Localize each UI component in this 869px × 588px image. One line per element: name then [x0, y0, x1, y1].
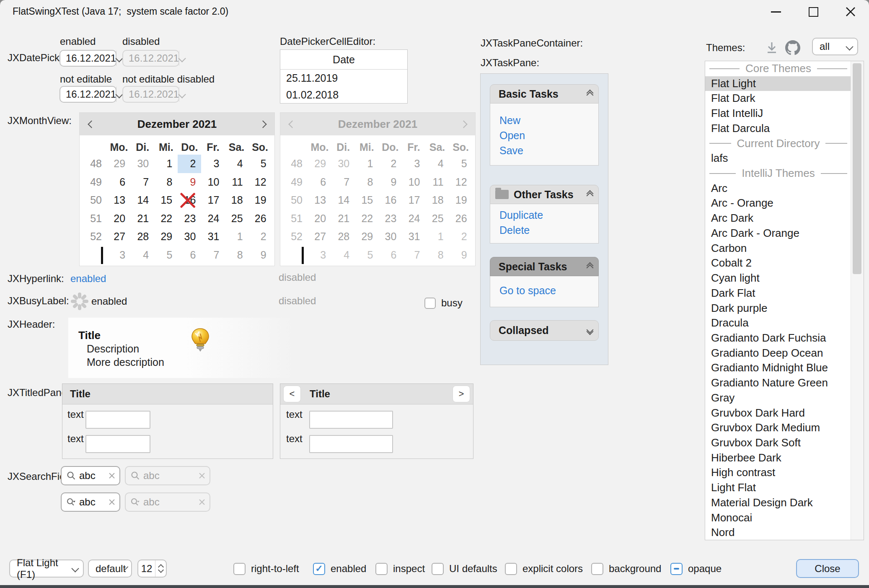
day-cell[interactable]: 30: [131, 155, 154, 173]
day-cell[interactable]: 6: [107, 173, 131, 192]
checkbox-inspect[interactable]: inspect: [375, 560, 425, 578]
day-cell[interactable]: 15: [154, 191, 178, 210]
search-field-menu-enabled[interactable]: abc: [61, 492, 120, 512]
hyperlink-enabled[interactable]: enabled: [70, 272, 106, 285]
text-field[interactable]: [85, 411, 150, 429]
day-cell[interactable]: 23: [178, 210, 201, 228]
day-cell[interactable]: 16: [178, 191, 201, 210]
theme-list-item[interactable]: Flat IntelliJ: [705, 106, 851, 121]
checkbox-explicit-colors[interactable]: explicit colors: [505, 560, 583, 578]
day-cell[interactable]: 8: [225, 246, 248, 264]
day-cell[interactable]: 19: [248, 191, 272, 210]
table-row[interactable]: 25.11.2019: [280, 70, 407, 86]
day-cell[interactable]: 24: [201, 210, 225, 228]
table-row[interactable]: 01.02.2018: [280, 86, 407, 103]
checkbox-ui-defaults[interactable]: UI defaults: [432, 560, 497, 578]
day-cell[interactable]: 9: [248, 246, 272, 264]
checkbox-background[interactable]: background: [591, 560, 661, 578]
theme-list-item[interactable]: Dark purple: [705, 301, 851, 316]
chevron-down-icon[interactable]: [116, 87, 122, 102]
day-cell[interactable]: 11: [225, 173, 248, 192]
text-field[interactable]: [309, 435, 393, 453]
day-cell[interactable]: 8: [154, 173, 178, 192]
task-link-go-to-space[interactable]: Go to space: [499, 283, 598, 298]
day-cell[interactable]: 1: [225, 228, 248, 246]
taskpane-header[interactable]: Collapsed: [490, 320, 599, 341]
day-cell[interactable]: 2: [248, 228, 272, 246]
theme-list-item[interactable]: Flat Light: [705, 76, 851, 91]
theme-list-item[interactable]: Gruvbox Dark Hard: [705, 406, 851, 421]
chevron-down-icon[interactable]: [116, 51, 122, 66]
date-table-header[interactable]: Date: [280, 50, 407, 70]
datepicker-not-editable[interactable]: 16.12.2021: [59, 86, 116, 103]
day-cell[interactable]: 29: [154, 228, 178, 246]
task-link-duplicate[interactable]: Duplicate: [499, 207, 598, 223]
themes-filter-combo[interactable]: all: [812, 38, 858, 55]
day-cell[interactable]: 28: [131, 228, 154, 246]
theme-list-item[interactable]: Material Design Dark: [705, 495, 851, 510]
theme-list-item[interactable]: Gruvbox Dark Medium: [705, 420, 851, 435]
day-cell[interactable]: 20: [107, 210, 131, 228]
checkbox-right-to-left[interactable]: right-to-left: [233, 560, 299, 578]
day-cell[interactable]: 18: [225, 191, 248, 210]
clear-icon[interactable]: [109, 472, 115, 479]
github-icon[interactable]: [785, 40, 800, 55]
theme-list-item[interactable]: Gradianto Deep Ocean: [705, 346, 851, 361]
theme-list-item[interactable]: Hiberbee Dark: [705, 451, 851, 466]
theme-list-item[interactable]: Cyan light: [705, 271, 851, 286]
day-cell[interactable]: 27: [107, 228, 131, 246]
day-cell[interactable]: 3: [201, 155, 225, 173]
day-cell[interactable]: 9: [178, 173, 201, 192]
theme-list-item[interactable]: Cobalt 2: [705, 256, 851, 271]
next-month-button[interactable]: [251, 122, 274, 127]
taskpane-header[interactable]: Other Tasks: [490, 185, 599, 204]
day-cell[interactable]: 5: [154, 246, 178, 264]
panel-left-button[interactable]: <: [283, 386, 301, 402]
prev-month-button[interactable]: [80, 122, 103, 127]
checkbox-box[interactable]: ✓: [313, 563, 325, 575]
day-cell[interactable]: 4: [225, 155, 248, 173]
close-window-button[interactable]: [832, 0, 869, 23]
theme-list-item[interactable]: Gruvbox Dark Soft: [705, 435, 851, 451]
day-cell[interactable]: 29: [107, 155, 131, 173]
theme-list-item[interactable]: Nord: [705, 525, 851, 540]
day-cell[interactable]: 17: [201, 191, 225, 210]
theme-list-item[interactable]: Gradianto Dark Fuchsia: [705, 331, 851, 346]
theme-list-item[interactable]: Carbon: [705, 241, 851, 256]
day-cell[interactable]: 13: [107, 191, 131, 210]
search-input[interactable]: abc: [79, 496, 105, 508]
theme-list-item[interactable]: High contrast: [705, 465, 851, 480]
theme-list-item[interactable]: Gradianto Nature Green: [705, 376, 851, 391]
theme-list-item[interactable]: Flat Dark: [705, 91, 851, 106]
day-cell[interactable]: 21: [131, 210, 154, 228]
text-field[interactable]: [85, 435, 150, 453]
prev-month-button[interactable]: [280, 122, 304, 127]
theme-list-item[interactable]: Arc: [705, 181, 851, 196]
text-field[interactable]: [309, 411, 393, 429]
theme-list-item[interactable]: Monocai: [705, 510, 851, 526]
day-cell[interactable]: 1: [154, 155, 178, 173]
spinner-buttons[interactable]: [155, 560, 166, 577]
theme-list-item[interactable]: Arc - Orange: [705, 196, 851, 211]
day-cell[interactable]: 30: [178, 228, 201, 246]
checkbox-box[interactable]: [432, 563, 444, 575]
day-cell[interactable]: 25: [225, 210, 248, 228]
expand-icon[interactable]: [587, 327, 592, 334]
theme-list-item[interactable]: Gradianto Midnight Blue: [705, 360, 851, 376]
collapse-icon[interactable]: [587, 191, 592, 198]
checkbox-enabled[interactable]: ✓ enabled: [313, 560, 366, 578]
search-input[interactable]: abc: [79, 470, 105, 482]
day-cell[interactable]: 31: [201, 228, 225, 246]
day-cell[interactable]: 26: [248, 210, 272, 228]
day-cell[interactable]: 7: [201, 246, 225, 264]
theme-list-item[interactable]: lafs: [705, 151, 851, 166]
theme-list-item[interactable]: Dark Flat: [705, 286, 851, 301]
monthview-enabled[interactable]: Dezember 2021Mo.Di.Mi.Do.Fr.Sa.So.482930…: [79, 112, 275, 266]
next-month-button[interactable]: [452, 122, 475, 127]
day-cell[interactable]: 22: [154, 210, 178, 228]
day-cell[interactable]: 6: [178, 246, 201, 264]
clear-icon[interactable]: [109, 499, 115, 505]
day-cell[interactable]: 4: [131, 246, 154, 264]
task-link-delete[interactable]: Delete: [499, 223, 598, 238]
collapse-icon[interactable]: [587, 91, 592, 98]
